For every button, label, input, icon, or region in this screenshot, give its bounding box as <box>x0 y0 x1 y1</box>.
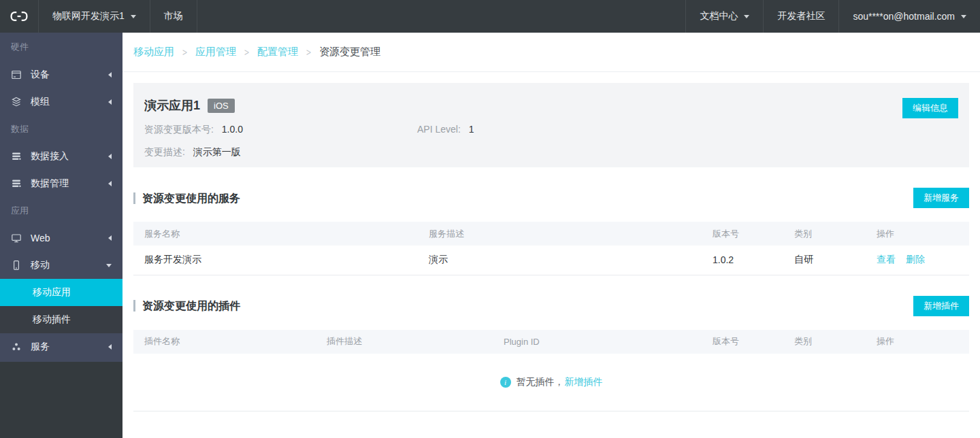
plugins-empty-state: i 暂无插件， 新增插件 <box>133 354 969 411</box>
sidebar-item-service[interactable]: 服务 <box>0 333 122 360</box>
field-change-desc: 变更描述: 演示第一版 <box>144 145 417 158</box>
breadcrumb-current: 资源变更管理 <box>319 46 380 58</box>
breadcrumb-separator: > <box>182 46 187 58</box>
market-label: 市场 <box>164 10 183 22</box>
sidebar-item-device[interactable]: 设备 <box>0 61 122 88</box>
sidebar-item-data-manage[interactable]: 数据管理 <box>0 170 122 197</box>
field-value: 1 <box>469 124 474 135</box>
col-plugin-name: 插件名称 <box>133 330 316 354</box>
col-service-name: 服务名称 <box>133 222 418 246</box>
triangle-down-icon <box>106 264 112 267</box>
triangle-left-icon <box>108 344 112 350</box>
add-plugin-link[interactable]: 新增插件 <box>565 376 603 388</box>
view-link[interactable]: 查看 <box>877 254 896 265</box>
sidebar-item-mobile[interactable]: 移动 <box>0 252 122 279</box>
chevron-down-icon <box>744 15 749 18</box>
sidebar-section-hardware: 硬件 <box>0 33 122 61</box>
col-version: 版本号 <box>702 330 783 354</box>
services-section-header: 资源变更使用的服务 新增服务 <box>133 188 969 208</box>
sidebar-item-label: 模组 <box>31 96 50 108</box>
breadcrumb-link-app-manage[interactable]: 应用管理 <box>195 46 236 58</box>
plugins-section-header: 资源变更使用的插件 新增插件 <box>133 296 969 316</box>
triangle-left-icon <box>108 181 112 186</box>
platform-badge: iOS <box>208 99 235 113</box>
col-version: 版本号 <box>702 222 783 246</box>
add-plugin-button[interactable]: 新增插件 <box>913 296 969 316</box>
services-section-title: 资源变更使用的服务 <box>133 192 240 204</box>
plugins-table: 插件名称 插件描述 Plugin ID 版本号 类别 操作 <box>133 330 969 354</box>
sidebar-menu: 硬件 设备 模组 数据 <box>0 33 122 362</box>
sidebar-item-module[interactable]: 模组 <box>0 88 122 116</box>
col-category: 类别 <box>783 222 866 246</box>
info-icon: i <box>500 377 511 388</box>
topbar-item-docs[interactable]: 文档中心 <box>685 0 763 33</box>
cell-version: 1.0.2 <box>702 246 783 275</box>
sidebar-subitem-label: 移动应用 <box>33 286 71 299</box>
sidebar-item-label: 服务 <box>31 341 50 353</box>
sidebar-item-web[interactable]: Web <box>0 224 122 252</box>
data-manage-icon <box>11 178 22 189</box>
sidebar-subitem-mobile-app[interactable]: 移动应用 <box>0 279 122 306</box>
empty-text: 暂无插件， <box>517 376 564 388</box>
sidebar-item-label: Web <box>31 233 50 243</box>
table-row: 服务开发演示 演示 1.0.2 自研 查看 删除 <box>133 246 969 275</box>
field-label: 资源变更版本号: <box>144 124 214 135</box>
field-label: API Level: <box>417 124 461 135</box>
sidebar-section-data: 数据 <box>0 116 122 143</box>
app-title: 演示应用1 <box>144 97 200 114</box>
app-info-card: 演示应用1 iOS 编辑信息 资源变更版本号: 1.0.0 API Level:… <box>133 83 969 167</box>
product-switcher-label: 物联网开发演示1 <box>52 10 125 22</box>
services-table-header-row: 服务名称 服务描述 版本号 类别 操作 <box>133 222 969 246</box>
sidebar-subitem-mobile-plugin[interactable]: 移动插件 <box>0 306 122 333</box>
sidebar: 硬件 设备 模组 数据 <box>0 33 122 438</box>
cell-actions: 查看 删除 <box>866 246 969 275</box>
account-menu[interactable]: sou****on@hotmail.com <box>838 0 980 33</box>
topbar-item-community[interactable]: 开发者社区 <box>763 0 838 33</box>
triangle-left-icon <box>108 72 112 78</box>
sidebar-subitem-label: 移动插件 <box>33 314 71 326</box>
data-access-icon <box>11 151 22 162</box>
breadcrumb-link-config-manage[interactable]: 配置管理 <box>257 46 298 58</box>
community-label: 开发者社区 <box>777 10 825 22</box>
web-icon <box>11 233 22 243</box>
alibaba-cloud-logo-icon[interactable] <box>0 0 38 33</box>
col-plugin-id: Plugin ID <box>493 330 702 354</box>
module-icon <box>11 97 22 107</box>
plugins-section-title: 资源变更使用的插件 <box>133 300 240 311</box>
topbar-spacer <box>197 0 686 33</box>
field-value: 1.0.0 <box>222 124 243 135</box>
col-actions: 操作 <box>866 222 969 246</box>
cell-service-desc: 演示 <box>418 246 702 275</box>
mobile-icon <box>11 260 22 271</box>
triangle-left-icon <box>108 154 112 159</box>
field-api-level: API Level: 1 <box>417 122 690 136</box>
main-content: 移动应用 > 应用管理 > 配置管理 > 资源变更管理 演示应用1 iOS 编辑… <box>122 33 980 438</box>
topbar: 物联网开发演示1 市场 文档中心 开发者社区 sou****on@hotmail… <box>0 0 980 33</box>
add-service-button[interactable]: 新增服务 <box>913 188 969 208</box>
chevron-down-icon <box>961 15 966 18</box>
col-service-desc: 服务描述 <box>418 222 702 246</box>
field-value: 演示第一版 <box>193 146 241 157</box>
services-table: 服务名称 服务描述 版本号 类别 操作 服务开发演示 演示 1.0.2 自研 查… <box>133 222 969 275</box>
plugins-table-header-row: 插件名称 插件描述 Plugin ID 版本号 类别 操作 <box>133 330 969 354</box>
device-icon <box>11 69 22 80</box>
sidebar-item-label: 数据管理 <box>31 178 69 190</box>
edit-info-button[interactable]: 编辑信息 <box>902 98 958 118</box>
product-switcher[interactable]: 物联网开发演示1 <box>38 0 150 33</box>
field-label: 变更描述: <box>144 146 185 157</box>
breadcrumb-link-mobile-app[interactable]: 移动应用 <box>133 46 174 58</box>
delete-link[interactable]: 删除 <box>906 254 925 265</box>
col-actions: 操作 <box>866 330 969 354</box>
col-category: 类别 <box>783 330 866 354</box>
topbar-item-market[interactable]: 市场 <box>150 0 197 33</box>
cell-category: 自研 <box>783 246 866 275</box>
sidebar-section-app: 应用 <box>0 197 122 224</box>
col-plugin-desc: 插件描述 <box>316 330 493 354</box>
breadcrumb-separator: > <box>244 46 249 58</box>
sidebar-item-label: 数据接入 <box>31 150 69 163</box>
breadcrumb: 移动应用 > 应用管理 > 配置管理 > 资源变更管理 <box>122 33 980 72</box>
docs-label: 文档中心 <box>700 10 738 22</box>
sidebar-item-data-access[interactable]: 数据接入 <box>0 143 122 170</box>
sidebar-item-label: 移动 <box>31 259 50 271</box>
account-email: sou****on@hotmail.com <box>853 11 955 22</box>
